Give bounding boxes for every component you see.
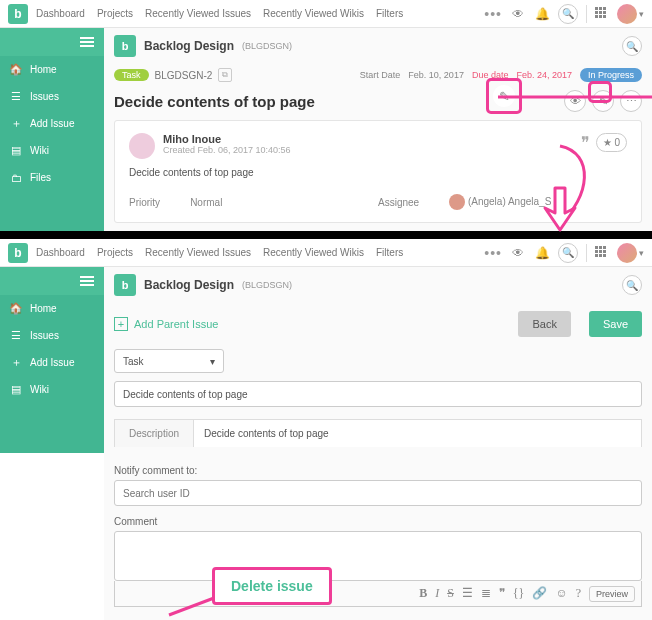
project-search-icon[interactable]: 🔍 (622, 275, 642, 295)
bell-icon[interactable]: 🔔 (534, 245, 550, 261)
description-card: Miho Inoue Created Feb. 06, 2017 10:40:5… (114, 120, 642, 223)
notify-input[interactable] (114, 480, 642, 506)
author-name[interactable]: Miho Inoue (163, 133, 291, 145)
search-icon[interactable]: 🔍 (558, 243, 578, 263)
sidebar-files[interactable]: 🗀Files (0, 164, 104, 191)
project-logo[interactable]: b (114, 35, 136, 57)
sidebar-toggle[interactable] (0, 28, 104, 56)
list-icon: ☰ (10, 91, 22, 103)
app-logo[interactable]: b (8, 243, 28, 263)
assignee-label: Assignee (378, 197, 419, 208)
status-chip[interactable]: In Progress (580, 68, 642, 82)
sidebar-2: 🏠Home ☰Issues ＋Add Issue ▤Wiki (0, 267, 104, 453)
nav-dashboard[interactable]: Dashboard (36, 247, 85, 258)
apps-icon[interactable] (595, 7, 609, 21)
user-avatar[interactable] (617, 4, 644, 24)
description-content[interactable]: Decide contents of top page (194, 420, 641, 447)
nav-filters[interactable]: Filters (376, 247, 403, 258)
nav-recent-issues[interactable]: Recently Viewed Issues (145, 8, 251, 19)
start-date: Feb. 10, 2017 (408, 70, 464, 80)
plus-icon: ＋ (10, 118, 22, 130)
folder-icon: 🗀 (10, 172, 22, 184)
highlight-edit-big: ✎ (486, 78, 522, 114)
more-icon[interactable]: ⋯ (620, 90, 642, 112)
eye-icon[interactable]: 👁 (564, 90, 586, 112)
nav-links: Dashboard Projects Recently Viewed Issue… (36, 8, 403, 19)
sidebar-add-issue[interactable]: ＋Add Issue (0, 110, 104, 137)
star-button[interactable]: ★ 0 (596, 133, 627, 152)
more-icon[interactable]: ••• (484, 6, 502, 22)
priority-label: Priority (129, 197, 160, 208)
watch-icon[interactable]: 👁 (510, 6, 526, 22)
numbered-icon[interactable]: ≣ (481, 586, 491, 601)
project-code: (BLGDSGN) (242, 280, 292, 290)
tab-description[interactable]: Description (115, 420, 194, 447)
bullets-icon[interactable]: ☰ (462, 586, 473, 601)
user-avatar[interactable] (617, 243, 644, 263)
top-nav-2: b Dashboard Projects Recently Viewed Iss… (0, 239, 652, 267)
issue-key[interactable]: BLGDSGN-2 (155, 70, 213, 81)
author-avatar[interactable] (129, 133, 155, 159)
nav-recent-wikis[interactable]: Recently Viewed Wikis (263, 247, 364, 258)
top-nav: b Dashboard Projects Recently Viewed Iss… (0, 0, 652, 28)
save-button[interactable]: Save (589, 311, 642, 337)
description-text: Decide contents of top page (129, 167, 627, 178)
emoji-icon[interactable]: ☺ (555, 586, 567, 601)
link-icon[interactable]: 🔗 (532, 586, 547, 601)
help-icon[interactable]: ? (576, 586, 581, 601)
assignee-value[interactable]: (Angela) Angela_S (468, 196, 551, 207)
nav-recent-wikis[interactable]: Recently Viewed Wikis (263, 8, 364, 19)
project-header: b Backlog Design (BLGDSGN) 🔍 (104, 28, 652, 64)
sidebar-add-issue[interactable]: ＋Add Issue (0, 349, 104, 376)
sidebar-issues[interactable]: ☰Issues (0, 83, 104, 110)
sidebar-wiki[interactable]: ▤Wiki (0, 137, 104, 164)
quote-icon[interactable]: ❞ (499, 586, 505, 601)
nav-dashboard[interactable]: Dashboard (36, 8, 85, 19)
issue-title: Decide contents of top page (114, 93, 315, 110)
nav-projects[interactable]: Projects (97, 8, 133, 19)
nav-projects[interactable]: Projects (97, 247, 133, 258)
apps-icon[interactable] (595, 246, 609, 260)
chevron-down-icon: ▾ (210, 356, 215, 367)
italic-icon[interactable]: I (435, 586, 439, 601)
start-date-label: Start Date (360, 70, 401, 80)
back-button[interactable]: Back (518, 311, 570, 337)
code-icon[interactable]: {} (513, 586, 525, 601)
add-parent-link[interactable]: Add Parent Issue (134, 318, 218, 330)
due-date: Feb. 24, 2017 (516, 70, 572, 80)
sidebar-toggle[interactable] (0, 267, 104, 295)
description-tabs: Description Decide contents of top page (114, 419, 642, 447)
screenshot-delete: Notify comment to: Comment B I S ☰ ≣ ❞ {… (0, 453, 652, 620)
more-icon[interactable]: ••• (484, 245, 502, 261)
sidebar-wiki[interactable]: ▤Wiki (0, 376, 104, 403)
strike-icon[interactable]: S (447, 586, 454, 601)
nav-recent-issues[interactable]: Recently Viewed Issues (145, 247, 251, 258)
quote-icon[interactable]: ❞ (581, 133, 590, 152)
priority-value: Normal (190, 197, 222, 208)
sidebar-home[interactable]: 🏠Home (0, 56, 104, 83)
project-name[interactable]: Backlog Design (144, 278, 234, 292)
project-search-icon[interactable]: 🔍 (622, 36, 642, 56)
created-timestamp: Created Feb. 06, 2017 10:40:56 (163, 145, 291, 155)
project-name[interactable]: Backlog Design (144, 39, 234, 53)
preview-button[interactable]: Preview (589, 586, 635, 602)
notify-label: Notify comment to: (114, 465, 642, 476)
watch-icon[interactable]: 👁 (510, 245, 526, 261)
app-logo[interactable]: b (8, 4, 28, 24)
copy-icon[interactable]: ⧉ (218, 68, 232, 82)
comment-textarea[interactable] (114, 531, 642, 581)
content-area: b Backlog Design (BLGDSGN) 🔍 Task BLGDSG… (104, 28, 652, 231)
assignee-avatar[interactable] (449, 194, 465, 210)
search-icon[interactable]: 🔍 (558, 4, 578, 24)
home-icon: 🏠 (10, 64, 22, 76)
sidebar-home[interactable]: 🏠Home (0, 295, 104, 322)
screenshot-view: b Dashboard Projects Recently Viewed Iss… (0, 0, 652, 231)
nav-filters[interactable]: Filters (376, 8, 403, 19)
bell-icon[interactable]: 🔔 (534, 6, 550, 22)
bold-icon[interactable]: B (419, 586, 427, 601)
add-parent-icon[interactable]: + (114, 317, 128, 331)
issue-type-select[interactable]: Task▾ (114, 349, 224, 373)
issue-title-input[interactable] (114, 381, 642, 407)
project-logo[interactable]: b (114, 274, 136, 296)
sidebar-issues[interactable]: ☰Issues (0, 322, 104, 349)
